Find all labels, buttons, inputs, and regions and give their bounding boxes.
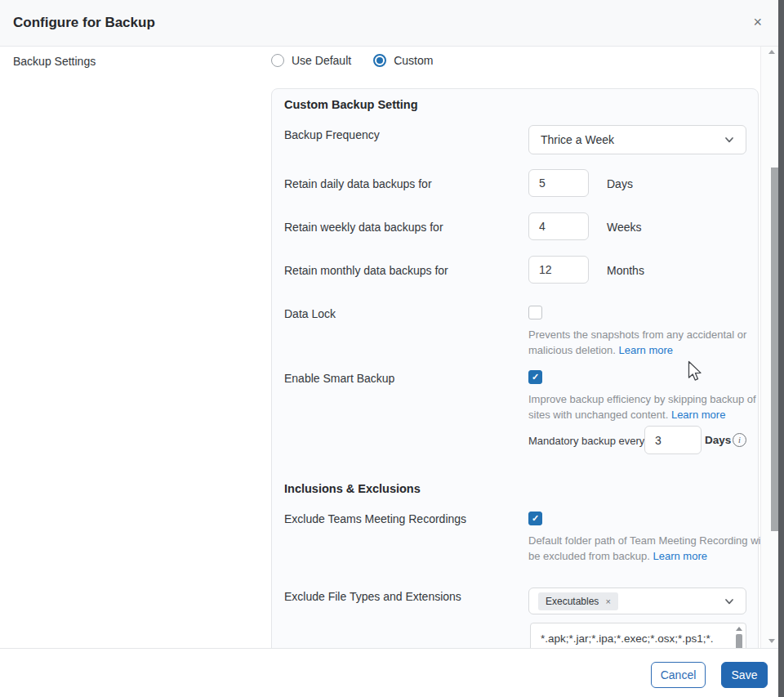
scroll-up-icon[interactable] [736,627,742,631]
backup-frequency-label: Backup Frequency [284,128,380,141]
backup-frequency-value: Thrice a Week [541,133,724,146]
backup-settings-label: Backup Settings [13,55,96,68]
custom-backup-panel: Custom Backup Setting Backup Frequency T… [271,88,759,648]
extensions-value: *.apk;*.jar;*.ipa;*.exec;*.osx;*.ps1;*. [541,632,728,645]
save-button[interactable]: Save [721,662,768,688]
tag-label: Executables [546,596,599,607]
retain-monthly-label: Retain monthly data backups for [284,264,448,277]
mandatory-backup-label: Mandatory backup every [528,435,644,447]
smart-backup-checkbox[interactable]: ✓ [528,370,542,384]
data-lock-learn-more-link[interactable]: Learn more [619,344,673,356]
radio-custom[interactable]: Custom [373,54,433,67]
chevron-down-icon [724,596,734,606]
retain-monthly-input[interactable] [528,256,589,284]
exclude-teams-learn-more-link[interactable]: Learn more [653,550,707,562]
exclude-teams-help: Default folder path of Team Meeting Reco… [528,533,760,564]
radio-use-default[interactable]: Use Default [271,54,351,67]
scroll-down-icon[interactable] [768,639,775,643]
mandatory-backup-input[interactable] [644,426,702,454]
data-lock-checkbox[interactable] [528,306,542,319]
backup-frequency-select[interactable]: Thrice a Week [528,125,746,154]
exclude-file-types-label: Exclude File Types and Extensions [284,590,461,603]
radio-selected-icon[interactable] [373,54,386,67]
exclude-file-types-select[interactable]: Executables × [528,588,746,614]
scroll-up-icon[interactable] [768,50,775,54]
check-icon: ✓ [532,514,539,523]
dialog-header: Configure for Backup × [0,0,778,47]
cancel-button[interactable]: Cancel [651,662,706,688]
info-icon[interactable]: i [733,433,746,447]
retain-weekly-input[interactable] [528,212,589,240]
scroll-thumb[interactable] [771,168,778,531]
smart-backup-help: Improve backup efficiency by skipping ba… [528,391,760,422]
configure-backup-dialog: Configure for Backup × Backup Settings U… [0,0,778,697]
extensions-textbox[interactable]: *.apk;*.jar;*.ipa;*.exec;*.osx;*.ps1;*. [530,623,746,648]
remove-tag-icon[interactable]: × [605,596,610,606]
close-icon[interactable]: × [753,13,762,31]
retain-daily-label: Retain daily data backups for [284,177,432,190]
chevron-down-icon [724,135,734,145]
extensions-scrollbar[interactable] [735,626,743,648]
retain-monthly-unit: Months [607,264,644,277]
dialog-body: Backup Settings Use Default Custom Custo… [0,47,760,648]
retain-daily-unit: Days [607,177,633,190]
inclusions-exclusions-heading: Inclusions & Exclusions [284,482,421,495]
scroll-thumb[interactable] [736,634,742,648]
data-lock-label: Data Lock [284,307,336,320]
retain-weekly-label: Retain weekly data backups for [284,221,443,234]
retain-weekly-unit: Weeks [607,221,642,234]
tag-executables[interactable]: Executables × [538,592,618,610]
mandatory-backup-unit: Days [705,434,731,446]
backup-settings-radio-group: Use Default Custom [271,54,433,67]
radio-use-default-label: Use Default [292,54,351,67]
smart-backup-label: Enable Smart Backup [284,372,394,385]
exclude-teams-checkbox[interactable]: ✓ [528,512,542,525]
retain-daily-input[interactable] [528,169,589,197]
dialog-scrollbar[interactable] [760,47,778,648]
data-lock-help: Prevents the snapshots from any accident… [528,327,760,358]
radio-unselected-icon[interactable] [271,54,284,67]
radio-custom-label: Custom [394,54,433,67]
smart-backup-learn-more-link[interactable]: Learn more [671,409,725,421]
dialog-footer: Cancel Save [0,648,778,697]
panel-title: Custom Backup Setting [284,98,418,111]
check-icon: ✓ [532,373,539,382]
page-title: Configure for Backup [13,15,155,31]
exclude-teams-label: Exclude Teams Meeting Recordings [284,512,466,525]
page-background-edge [778,0,784,697]
